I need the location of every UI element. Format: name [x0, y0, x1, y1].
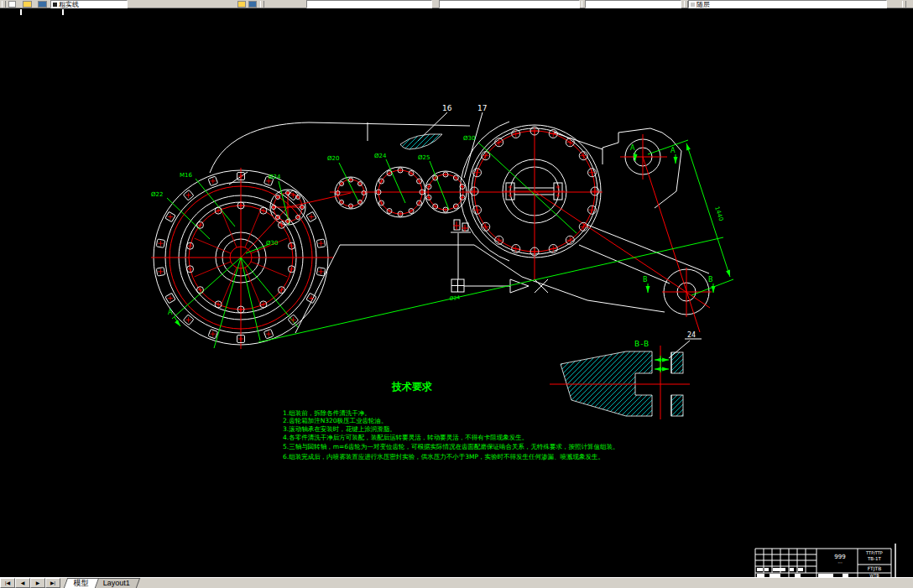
tech-item-6: 6.组装完成后，内喷雾装置应进行水压密封实验，供水压力不小于3MP，实验时不得发…	[283, 453, 604, 461]
toolbar-grip2[interactable]	[260, 1, 264, 8]
tab-nav-next[interactable]: ▶	[30, 578, 45, 588]
top-toolbar: 粗实线 随层	[0, 0, 913, 8]
linetype-combo[interactable]	[439, 0, 580, 8]
model-canvas[interactable]: 16 17 24 M16 Ø22 Ø24 Ø30 Ø20 Ø24 Ø25 Ø30…	[0, 8, 913, 577]
label-d24: Ø24	[269, 174, 281, 180]
tab-nav-prev[interactable]: ◀	[15, 578, 30, 588]
tech-item-2: 2.齿轮箱加注N320极压工业齿轮油。	[283, 417, 388, 424]
color-combo-value: 随层	[696, 1, 710, 8]
tech-item-3: 3.滚动轴承在安装时，花键上涂润滑脂。	[283, 425, 396, 433]
save-file-icon[interactable]	[38, 1, 47, 8]
part-label-24: 24	[687, 331, 696, 339]
section-b-mark-2: B	[708, 276, 713, 284]
layer-props-icon[interactable]	[248, 1, 257, 8]
new-file-icon[interactable]	[8, 1, 16, 8]
title-part-name: FTJTB	[868, 565, 882, 572]
main-dimension: 1440	[713, 206, 724, 221]
toolbar-grip[interactable]	[2, 1, 6, 8]
title-code-2: TB-1T	[867, 556, 882, 561]
sheet-top-ticks	[20, 9, 64, 15]
tech-item-4: 4.各零件清洗干净后方可装配，装配后运转要灵活，转动要灵活，不得有卡阻现象发生。	[283, 434, 528, 441]
title-code-1: TTP/TTP	[865, 550, 883, 555]
section-b-mark-1: B	[643, 276, 648, 284]
drawing-area: 16 17 24 M16 Ø22 Ø24 Ø30 Ø20 Ø24 Ø25 Ø30…	[0, 8, 913, 577]
inline-dimension: Ø24	[449, 294, 460, 301]
tab-model[interactable]: 模型	[64, 578, 99, 588]
layer-color-swatch	[53, 3, 57, 7]
section-a-mark-2: A	[670, 147, 676, 154]
label-m16: M16	[180, 172, 192, 179]
section-a-mark-3: A	[168, 309, 173, 316]
tech-item-1: 1.组装前，拆除各件清洗干净。	[283, 409, 371, 417]
color-swatch	[691, 3, 695, 7]
label-d22: Ø22	[151, 191, 163, 198]
section-bb-label: B-B	[634, 340, 650, 348]
tech-title: 技术要求	[391, 381, 432, 393]
tech-requirements: 技术要求 1.组装前，拆除各件清洗干净。 2.齿轮箱加注N320极压工业齿轮油。…	[283, 381, 619, 461]
open-file-icon[interactable]	[23, 1, 32, 8]
toolbar-grip5[interactable]	[902, 1, 906, 8]
part-label-17: 17	[477, 104, 487, 112]
section-a-mark-1: A	[630, 144, 635, 152]
tab-nav-last[interactable]: ▶|	[45, 578, 60, 588]
title-weight-dots: ···	[837, 559, 843, 565]
section-hatching	[400, 134, 683, 416]
lineweight-combo[interactable]	[585, 0, 681, 8]
label-drum: Ø30	[463, 135, 475, 142]
tab-nav-first[interactable]: |◀	[0, 578, 15, 588]
bolt-circles	[156, 127, 730, 372]
layer-combo[interactable]: 粗实线	[50, 0, 128, 8]
tab-layout1[interactable]: Layout1	[93, 578, 140, 588]
layout-tab-bar: |◀ ◀ ▶ ▶| 模型 Layout1	[0, 577, 913, 588]
layers-icon[interactable]	[237, 1, 246, 8]
label-gear1: Ø20	[327, 155, 339, 162]
label-gear3: Ø25	[418, 154, 430, 161]
drawing-labels: 16 17 24 M16 Ø22 Ø24 Ø30 Ø20 Ø24 Ø25 Ø30…	[151, 104, 724, 348]
label-gear2: Ø24	[374, 153, 387, 159]
layer-combo-value: 粗实线	[59, 1, 79, 8]
label-d30: Ø30	[266, 240, 278, 247]
tech-item-5: 5.三轴与回转轴，m=6齿轮为一对变位齿轮，可根据实际情况在齿面配磨保证啮合关系…	[283, 443, 619, 450]
part-label-16: 16	[442, 104, 452, 112]
color-combo[interactable]: 随层	[688, 0, 887, 8]
layer-state-combo[interactable]	[306, 0, 432, 8]
title-block: 999 ··· TTP/TTP TB-1T FTJTB WTB	[755, 544, 895, 577]
